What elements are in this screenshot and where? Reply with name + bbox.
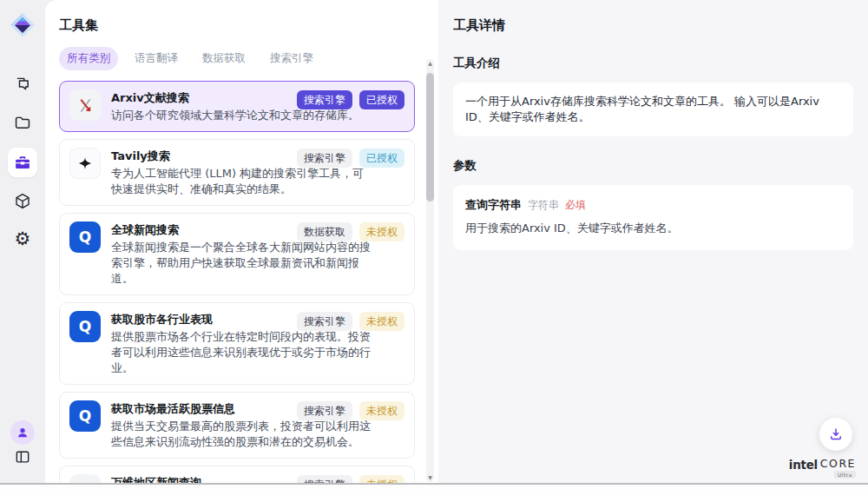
tool-card[interactable]: Q 获取股市各行业表现 提供股票市场各个行业在特定时间段内的表现。投资者可以利用…: [59, 302, 415, 385]
arxiv-icon: [69, 89, 101, 121]
download-icon: [828, 426, 844, 442]
tool-card[interactable]: Q 获取市场最活跃股票信息 提供当天交易量最高的股票列表，投资者可以利用这些信息…: [59, 392, 415, 459]
tool-card[interactable]: Tavily搜索 专为人工智能代理 (LLM) 构建的搜索引擎工具，可快速提供实…: [59, 139, 415, 206]
category-badge: 数据获取: [297, 222, 352, 241]
user-avatar-icon[interactable]: [10, 420, 35, 445]
auth-badge: 未授权: [359, 312, 404, 331]
chat-icon[interactable]: [14, 75, 32, 93]
auth-badge: 已授权: [359, 90, 404, 109]
scrollbar-thumb[interactable]: [426, 73, 434, 202]
cube-icon[interactable]: [14, 192, 32, 210]
tool-list: Arxiv文献搜索 访问各个研究领域大量科学论文和文章的存储库。 搜索引擎 已授…: [59, 81, 415, 483]
category-tab[interactable]: 语言翻译: [127, 47, 186, 70]
scrollbar[interactable]: ▲ ▼: [426, 59, 434, 482]
brand-intel: intel: [789, 458, 818, 472]
tool-description: 提供当天交易量最高的股票列表，投资者可以利用这些信息来识别流动性强的股票和潜在的…: [111, 419, 373, 450]
auth-badge: 未授权: [359, 475, 404, 483]
auth-badge: 已授权: [359, 149, 404, 168]
tool-detail-panel: 工具详情 工具介绍 一个用于从Arxiv存储库搜索科学论文和文章的工具。 输入可…: [438, 0, 868, 489]
parameter-name: 查询字符串: [465, 197, 522, 213]
params-heading: 参数: [453, 158, 853, 174]
parameter-item: 查询字符串 字符串 必填 用于搜索的Arxiv ID、关键字或作者姓名。: [453, 185, 853, 250]
intel-core-logo: intel core Ultra: [789, 458, 856, 479]
category-badge: 搜索引擎: [297, 90, 352, 109]
category-tab[interactable]: 搜索引擎: [262, 47, 321, 70]
folder-icon[interactable]: [14, 114, 32, 132]
tool-description: 专为人工智能代理 (LLM) 构建的搜索引擎工具，可快速提供实时、准确和真实的结…: [111, 166, 373, 197]
parameter-type: 字符串: [528, 198, 559, 213]
panel-layout-icon[interactable]: [14, 448, 31, 466]
news-icon: [69, 474, 101, 483]
window-bottom-strip: [0, 485, 868, 489]
category-tab[interactable]: 数据获取: [194, 47, 253, 70]
category-badge: 搜索引擎: [297, 149, 352, 168]
gear-icon[interactable]: ⚙: [15, 230, 31, 248]
tool-description: 访问各个研究领域大量科学论文和文章的存储库。: [111, 108, 359, 123]
category-tab[interactable]: 所有类别: [59, 47, 118, 70]
brand-badge: Ultra: [834, 471, 856, 479]
params-list: 查询字符串 字符串 必填 用于搜索的Arxiv ID、关键字或作者姓名。: [453, 185, 853, 250]
toolset-panel: 工具集 所有类别语言翻译数据获取搜索引擎 Arxiv文献搜索 访问各个研究领域大…: [45, 0, 438, 489]
intro-text: 一个用于从Arxiv存储库搜索科学论文和文章的工具。 输入可以是Arxiv ID…: [453, 83, 853, 136]
brand-core: core: [820, 458, 856, 469]
category-badge: 搜索引擎: [297, 312, 352, 331]
download-button[interactable]: [819, 418, 852, 451]
tavily-icon: [69, 148, 101, 179]
q-blue-icon: Q: [69, 221, 101, 253]
tool-card[interactable]: Q 全球新闻搜索 全球新闻搜索是一个聚合全球各大新闻网站内容的搜索引擎，帮助用户…: [59, 213, 415, 295]
parameter-required-flag: 必填: [565, 198, 586, 213]
q-blue-icon: Q: [69, 311, 101, 342]
category-tabs: 所有类别语言翻译数据获取搜索引擎: [59, 47, 438, 70]
tool-card[interactable]: Arxiv文献搜索 访问各个研究领域大量科学论文和文章的存储库。 搜索引擎 已授…: [59, 81, 415, 132]
scroll-up-icon[interactable]: ▲: [426, 60, 434, 67]
category-badge: 搜索引擎: [297, 475, 352, 483]
auth-badge: 未授权: [359, 401, 404, 420]
category-badge: 搜索引擎: [297, 401, 352, 420]
tool-description: 全球新闻搜索是一个聚合全球各大新闻网站内容的搜索引擎，帮助用户快速获取全球最新资…: [111, 240, 373, 287]
parameter-description: 用于搜索的Arxiv ID、关键字或作者姓名。: [465, 221, 841, 236]
toolbox-icon[interactable]: [8, 148, 37, 177]
tool-card[interactable]: 万维地区新闻查询 查询具体行政区划内的新闻，快速了解各地新闻动 搜索引擎 未授权: [59, 466, 415, 483]
intro-heading: 工具介绍: [453, 56, 853, 71]
toolset-title: 工具集: [45, 0, 438, 34]
scroll-down-icon[interactable]: ▼: [426, 474, 434, 481]
q-blue-icon: Q: [69, 400, 101, 432]
detail-title: 工具详情: [453, 17, 853, 34]
app-logo-icon: [9, 11, 36, 39]
tool-description: 提供股票市场各个行业在特定时间段内的表现。投资者可以利用这些信息来识别表现优于或…: [111, 329, 373, 376]
auth-badge: 未授权: [359, 222, 404, 241]
app-sidebar: ⚙: [0, 0, 45, 489]
